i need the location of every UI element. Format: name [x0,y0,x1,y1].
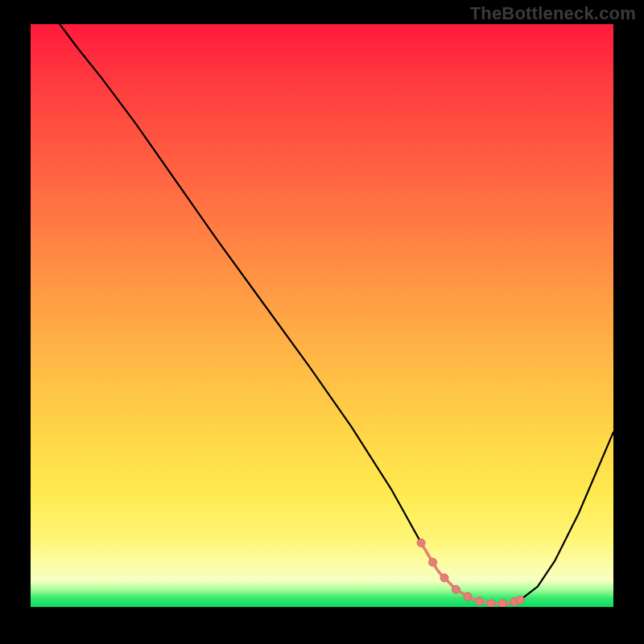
highlight-marker [440,574,448,582]
highlight-marker [476,597,484,605]
watermark-text: TheBottleneck.com [470,3,636,24]
highlight-marker [487,600,495,607]
highlight-marker [516,596,524,604]
highlight-marker [452,585,460,593]
highlight-markers [417,539,524,607]
curve-layer [31,24,613,607]
highlight-marker [464,592,472,601]
curve-path [60,24,613,604]
highlight-marker [498,600,506,607]
plot-area [31,24,613,607]
chart-frame: TheBottleneck.com [0,0,644,644]
highlight-marker [417,539,425,547]
highlight-marker [429,559,437,567]
